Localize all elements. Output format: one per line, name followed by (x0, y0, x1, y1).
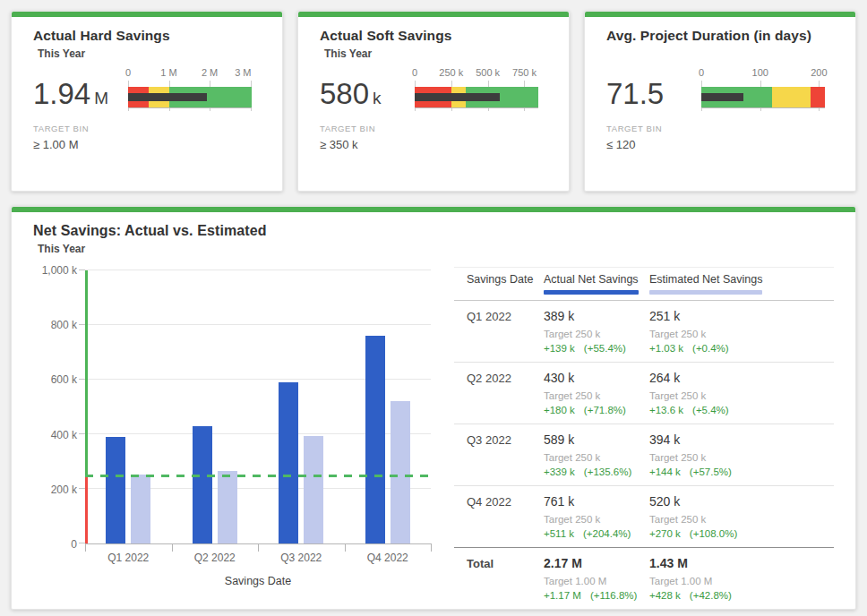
bullet-tick-label: 750 k (512, 67, 537, 78)
y-axis-label: 800 k (51, 319, 77, 331)
bullet-baseline (415, 107, 538, 108)
actual-value: 589 k (544, 432, 649, 447)
x-axis-title: Savings Date (85, 575, 431, 587)
chart-title: Net Savings: Actual vs. Estimated (33, 223, 834, 239)
variance-percent: (+0.4%) (692, 343, 729, 354)
estimated-bar-q2-2022[interactable] (218, 471, 237, 543)
x-axis-label: Q3 2022 (258, 552, 345, 564)
estimated-variance: +270 k(+108.0%) (649, 528, 834, 539)
column-header-label: Estimated Net Savings (649, 273, 762, 286)
y-axis-tick (79, 488, 85, 489)
actual-target: Target 250 k (544, 452, 649, 463)
bullet-tick-label: 1 M (160, 67, 176, 78)
y-axis-label: 400 k (51, 429, 77, 441)
table-body: Q1 2022389 kTarget 250 k+139 k(+55.4%)25… (454, 301, 834, 609)
bullet-tick-label: 0 (699, 67, 704, 78)
net-savings-card[interactable]: Net Savings: Actual vs. Estimated This Y… (11, 206, 856, 610)
actual-bar-q3-2022[interactable] (279, 382, 298, 543)
category-q2-2022 (172, 270, 259, 543)
x-axis-label: Q4 2022 (345, 552, 432, 564)
estimated-value: 520 k (649, 494, 834, 509)
actual-value: 389 k (544, 309, 649, 323)
actual-cell: 589 kTarget 250 k+339 k(+135.6%) (544, 432, 649, 477)
variance-percent: (+108.0%) (690, 528, 737, 539)
categories (85, 270, 431, 543)
bullet-tick-label: 500 k (476, 67, 500, 78)
y-axis-label: 0 (71, 538, 77, 551)
estimated-target: Target 1.00 M (649, 576, 834, 586)
kpi-title: Avg. Project Duration (in days) (606, 28, 834, 44)
variance-absolute: +270 k (649, 528, 681, 539)
estimated-variance: +1.03 k(+0.4%) (649, 343, 834, 354)
row-period-label: Q3 2022 (454, 432, 544, 477)
bullet-chart-soft-savings: 0250 k500 k750 k (415, 67, 538, 114)
kpi-value-unit: M (94, 89, 108, 107)
table-row-q1-2022[interactable]: Q1 2022389 kTarget 250 k+139 k(+55.4%)25… (454, 301, 834, 363)
kpi-card-avg-project-duration[interactable]: Avg. Project Duration (in days) 71.5 010… (584, 11, 856, 192)
estimated-bar-q4-2022[interactable] (391, 401, 410, 543)
variance-absolute: +139 k (544, 343, 575, 354)
variance-absolute: +180 k (544, 405, 575, 415)
estimated-variance: +13.6 k(+5.4%) (649, 405, 834, 415)
kpi-title: Actual Hard Savings (33, 28, 261, 44)
estimated-cell: 251 kTarget 250 k+1.03 k(+0.4%) (649, 309, 834, 354)
actual-cell: 761 kTarget 250 k+511 k(+204.4%) (544, 494, 649, 539)
actual-variance: +1.17 M(+116.8%) (544, 590, 649, 601)
variance-percent: (+5.4%) (692, 405, 729, 415)
actual-value: 2.17 M (544, 556, 649, 570)
table-row-total[interactable]: Total2.17 MTarget 1.00 M+1.17 M(+116.8%)… (454, 548, 834, 609)
target-bin-label: TARGET BIN (606, 124, 834, 133)
plot-area (85, 270, 431, 544)
estimated-series-legend-bar (649, 290, 762, 295)
x-axis-tick (431, 543, 432, 552)
actual-variance: +511 k(+204.4%) (544, 528, 649, 539)
x-axis-tick (85, 543, 86, 552)
table-row-q2-2022[interactable]: Q2 2022430 kTarget 250 k+180 k(+71.8%)26… (454, 363, 834, 424)
column-header-label: Actual Net Savings (544, 273, 639, 286)
variance-absolute: +144 k (649, 466, 681, 477)
variance-absolute: +428 k (649, 590, 681, 601)
estimated-target: Target 250 k (649, 329, 834, 339)
actual-cell: 389 kTarget 250 k+139 k(+55.4%) (544, 309, 649, 354)
bullet-value-bar (701, 93, 743, 101)
y-axis: 0200 k400 k600 k800 k1,000 k (33, 270, 85, 544)
bullet-tick-label: 100 (752, 67, 768, 78)
bullet-baseline (128, 107, 252, 108)
kpi-value: 580k (320, 79, 415, 108)
variance-percent: (+135.6%) (584, 466, 631, 477)
actual-bar-q2-2022[interactable] (193, 426, 212, 543)
variance-absolute: +1.03 k (649, 343, 683, 354)
column-header-estimated-net-savings[interactable]: Estimated Net Savings (649, 273, 834, 295)
estimated-cell: 520 kTarget 250 k+270 k(+108.0%) (649, 494, 834, 539)
row-period-label: Q2 2022 (454, 371, 544, 415)
table-row-q4-2022[interactable]: Q4 2022761 kTarget 250 k+511 k(+204.4%)5… (454, 486, 834, 548)
variance-absolute: +1.17 M (544, 590, 581, 601)
target-bin-value: ≥ 1.00 M (33, 138, 261, 151)
estimated-target: Target 250 k (649, 452, 834, 463)
x-axis-label: Q2 2022 (172, 552, 259, 564)
kpi-card-actual-soft-savings[interactable]: Actual Soft Savings This Year 580k 0250 … (297, 11, 570, 192)
y-axis-tick (79, 270, 85, 270)
actual-target: Target 250 k (544, 329, 649, 339)
actual-cell: 2.17 MTarget 1.00 M+1.17 M(+116.8%) (544, 556, 649, 601)
estimated-bar-q1-2022[interactable] (131, 475, 150, 543)
y-axis-label: 200 k (51, 483, 77, 496)
kpi-subtitle: This Year (38, 47, 261, 61)
row-period-label: Total (454, 556, 544, 601)
actual-variance: +139 k(+55.4%) (544, 343, 649, 354)
kpi-value-number: 580 (320, 77, 369, 110)
table-row-q3-2022[interactable]: Q3 2022589 kTarget 250 k+339 k(+135.6%)3… (454, 424, 834, 486)
column-header-actual-net-savings[interactable]: Actual Net Savings (544, 273, 649, 295)
kpi-card-actual-hard-savings[interactable]: Actual Hard Savings This Year 1.94M 01 M… (11, 11, 283, 192)
actual-bar-q1-2022[interactable] (106, 437, 125, 543)
target-bin-label: TARGET BIN (33, 124, 261, 133)
kpi-row: Actual Hard Savings This Year 1.94M 01 M… (11, 11, 856, 192)
estimated-variance: +428 k(+42.8%) (649, 590, 834, 601)
actual-bar-q4-2022[interactable] (365, 336, 385, 543)
x-axis-tick (172, 543, 173, 552)
x-axis-tick (258, 543, 259, 552)
actual-value: 761 k (544, 494, 649, 509)
estimated-bar-q3-2022[interactable] (304, 436, 323, 543)
column-header-savings-date[interactable]: Savings Date (454, 273, 544, 286)
actual-cell: 430 kTarget 250 k+180 k(+71.8%) (544, 371, 649, 415)
